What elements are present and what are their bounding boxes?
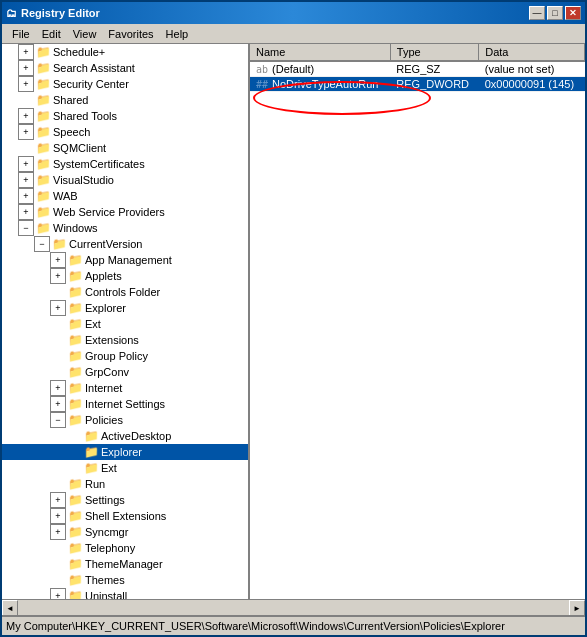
- expander-icon[interactable]: +: [50, 380, 66, 396]
- hscroll-left-btn[interactable]: ◄: [2, 600, 18, 616]
- tree-item-internet-settings[interactable]: +📁Internet Settings: [2, 396, 248, 412]
- expander-icon[interactable]: +: [50, 492, 66, 508]
- tree-item-shell-extensions[interactable]: +📁Shell Extensions: [2, 508, 248, 524]
- expander-icon[interactable]: +: [18, 204, 34, 220]
- expander-icon[interactable]: +: [18, 156, 34, 172]
- folder-icon: 📁: [67, 557, 83, 571]
- tree-item-speech[interactable]: +📁Speech: [2, 124, 248, 140]
- tree-label: Shared: [53, 94, 88, 106]
- col-type[interactable]: Type: [390, 44, 478, 61]
- tree-panel[interactable]: +📁Schedule++📁Search Assistant+📁Security …: [2, 44, 250, 599]
- tree-item-current-version[interactable]: −📁CurrentVersion: [2, 236, 248, 252]
- folder-icon: 📁: [67, 589, 83, 599]
- tree-item-windows[interactable]: −📁Windows: [2, 220, 248, 236]
- tree-label: Group Policy: [85, 350, 148, 362]
- expander-icon[interactable]: +: [50, 300, 66, 316]
- folder-icon: 📁: [35, 45, 51, 59]
- close-button[interactable]: ✕: [565, 6, 581, 20]
- tree-item-theme-manager[interactable]: 📁ThemeManager: [2, 556, 248, 572]
- tree-item-controls-folder[interactable]: 📁Controls Folder: [2, 284, 248, 300]
- tree-item-ext2[interactable]: 📁Ext: [2, 460, 248, 476]
- window-title: Registry Editor: [21, 7, 100, 19]
- tree-item-themes[interactable]: 📁Themes: [2, 572, 248, 588]
- minimize-button[interactable]: —: [529, 6, 545, 20]
- tree-item-system-certificates[interactable]: +📁SystemCertificates: [2, 156, 248, 172]
- expander-icon[interactable]: +: [18, 76, 34, 92]
- tree-item-schedule[interactable]: +📁Schedule+: [2, 44, 248, 60]
- tree-item-telephony[interactable]: 📁Telephony: [2, 540, 248, 556]
- expander-icon[interactable]: +: [50, 588, 66, 599]
- folder-icon: 📁: [67, 381, 83, 395]
- folder-icon: 📁: [35, 205, 51, 219]
- right-panel-wrapper: Name Type Data ab(Default)REG_SZ(value n…: [250, 44, 585, 599]
- tree-item-shared-tools[interactable]: +📁Shared Tools: [2, 108, 248, 124]
- expander-icon[interactable]: +: [18, 108, 34, 124]
- tree-item-grpconv[interactable]: 📁GrpConv: [2, 364, 248, 380]
- folder-icon: 📁: [83, 445, 99, 459]
- tree-item-web-service-providers[interactable]: +📁Web Service Providers: [2, 204, 248, 220]
- tree-item-group-policy[interactable]: 📁Group Policy: [2, 348, 248, 364]
- expander-icon[interactable]: +: [18, 188, 34, 204]
- folder-icon: 📁: [35, 173, 51, 187]
- tree-item-shared[interactable]: 📁Shared: [2, 92, 248, 108]
- table-row[interactable]: ab(Default)REG_SZ(value not set): [250, 61, 585, 77]
- tree-label: Ext: [101, 462, 117, 474]
- tree-label: Settings: [85, 494, 125, 506]
- expander-icon[interactable]: +: [18, 60, 34, 76]
- expander-icon[interactable]: +: [50, 396, 66, 412]
- tree-item-explorer[interactable]: +📁Explorer: [2, 300, 248, 316]
- tree-label: Security Center: [53, 78, 129, 90]
- tree-item-settings[interactable]: +📁Settings: [2, 492, 248, 508]
- expander-icon[interactable]: −: [34, 236, 50, 252]
- tree-item-security-center[interactable]: +📁Security Center: [2, 76, 248, 92]
- menu-help[interactable]: Help: [160, 26, 195, 42]
- tree-item-syncmgr[interactable]: +📁Syncmgr: [2, 524, 248, 540]
- expander-icon[interactable]: +: [18, 124, 34, 140]
- tree-item-app-management[interactable]: +📁App Management: [2, 252, 248, 268]
- menu-edit[interactable]: Edit: [36, 26, 67, 42]
- tree-item-search-assistant[interactable]: +📁Search Assistant: [2, 60, 248, 76]
- tree-item-uninstall[interactable]: +📁Uninstall: [2, 588, 248, 599]
- tree-label: Syncmgr: [85, 526, 128, 538]
- menu-favorites[interactable]: Favorites: [102, 26, 159, 42]
- expander-icon[interactable]: +: [50, 252, 66, 268]
- tree-label: Shared Tools: [53, 110, 117, 122]
- tree-item-policies[interactable]: −📁Policies: [2, 412, 248, 428]
- tree-item-ext[interactable]: 📁Ext: [2, 316, 248, 332]
- table-header-row: Name Type Data: [250, 44, 585, 61]
- col-data[interactable]: Data: [479, 44, 585, 61]
- folder-icon: 📁: [67, 477, 83, 491]
- expander-icon[interactable]: −: [50, 412, 66, 428]
- maximize-button[interactable]: □: [547, 6, 563, 20]
- expander-icon[interactable]: +: [18, 44, 34, 60]
- tree-label: Windows: [53, 222, 98, 234]
- tree-item-active-desktop[interactable]: 📁ActiveDesktop: [2, 428, 248, 444]
- bottom-scrollbar[interactable]: ◄ ►: [2, 599, 585, 615]
- folder-icon: 📁: [67, 269, 83, 283]
- tree-item-applets[interactable]: +📁Applets: [2, 268, 248, 284]
- tree-item-explorer2[interactable]: 📁Explorer: [2, 444, 248, 460]
- tree-label: Search Assistant: [53, 62, 135, 74]
- col-name[interactable]: Name: [250, 44, 390, 61]
- tree-item-sqmclient[interactable]: 📁SQMClient: [2, 140, 248, 156]
- expander-icon[interactable]: +: [50, 508, 66, 524]
- tree-item-extensions[interactable]: 📁Extensions: [2, 332, 248, 348]
- tree-item-internet[interactable]: +📁Internet: [2, 380, 248, 396]
- expander-icon[interactable]: +: [50, 524, 66, 540]
- tree-item-wab[interactable]: +📁WAB: [2, 188, 248, 204]
- expander-icon[interactable]: +: [18, 172, 34, 188]
- tree-item-run[interactable]: 📁Run: [2, 476, 248, 492]
- folder-icon: 📁: [67, 413, 83, 427]
- tree-label: Telephony: [85, 542, 135, 554]
- title-bar-text: 🗂 Registry Editor: [6, 7, 100, 19]
- menu-file[interactable]: File: [6, 26, 36, 42]
- hscroll-right-btn[interactable]: ►: [569, 600, 585, 616]
- folder-icon: 📁: [67, 525, 83, 539]
- expander-icon[interactable]: +: [50, 268, 66, 284]
- tree-label: SQMClient: [53, 142, 106, 154]
- expander-icon[interactable]: −: [18, 220, 34, 236]
- menu-view[interactable]: View: [67, 26, 103, 42]
- hscroll-track[interactable]: [18, 600, 569, 615]
- table-row[interactable]: ##NoDriveTypeAutoRunREG_DWORD0x00000091 …: [250, 77, 585, 92]
- tree-item-visual-studio[interactable]: +📁VisualStudio: [2, 172, 248, 188]
